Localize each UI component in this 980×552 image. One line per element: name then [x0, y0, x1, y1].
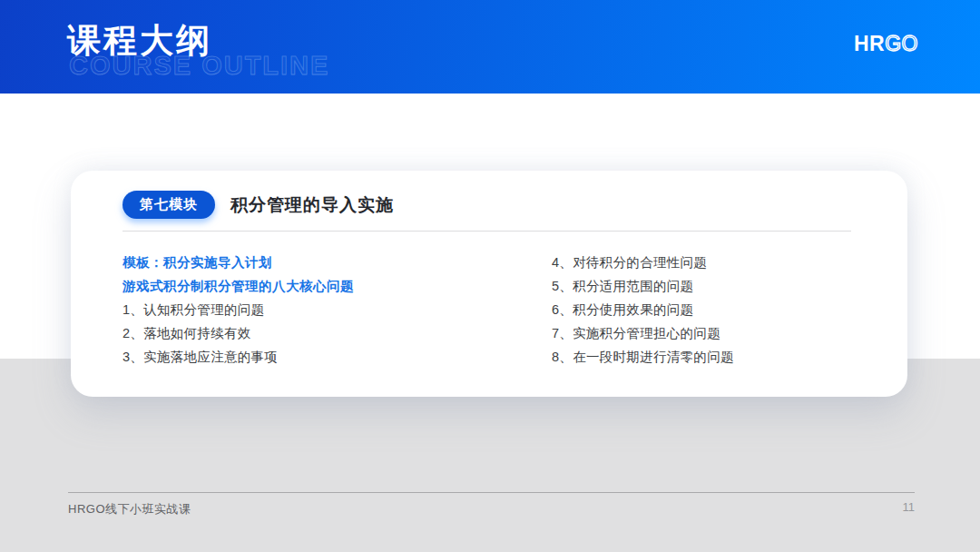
- header-banner: COURSE OUTLINE 课程大纲 HRGO: [0, 0, 980, 94]
- list-item: 6、积分使用效果的问题: [552, 300, 858, 323]
- list-item: 7、实施积分管理担心的问题: [552, 323, 858, 347]
- card-divider: [122, 231, 851, 232]
- list-item: 3、实施落地应注意的事项: [122, 347, 552, 370]
- list-item: 1、认知积分管理的问题: [122, 300, 552, 323]
- highlight-item: 模板：积分实施导入计划: [122, 252, 552, 276]
- module-badge: 第七模块: [122, 191, 215, 219]
- list-item: 4、对待积分的合理性问题: [552, 252, 858, 276]
- module-card-header: 第七模块 积分管理的导入实施: [122, 191, 394, 219]
- logo-outline-part: GO: [885, 32, 918, 55]
- outline-columns: 模板：积分实施导入计划 游戏式积分制积分管理的八大核心问题 1、认知积分管理的问…: [122, 252, 858, 370]
- logo-bold-part: HR: [854, 32, 885, 55]
- module-card: 第七模块 积分管理的导入实施 模板：积分实施导入计划 游戏式积分制积分管理的八大…: [71, 171, 907, 397]
- list-item: 5、积分适用范围的问题: [552, 276, 858, 300]
- list-item: 2、落地如何持续有效: [122, 323, 552, 347]
- outline-right-column: 4、对待积分的合理性问题 5、积分适用范围的问题 6、积分使用效果的问题 7、实…: [552, 252, 858, 370]
- page-title: 课程大纲: [67, 18, 212, 64]
- module-title: 积分管理的导入实施: [230, 193, 394, 217]
- outline-left-column: 模板：积分实施导入计划 游戏式积分制积分管理的八大核心问题 1、认知积分管理的问…: [122, 252, 552, 370]
- hrgo-logo: HRGO: [854, 34, 918, 54]
- highlight-item: 游戏式积分制积分管理的八大核心问题: [122, 276, 552, 300]
- footer-page-number: 11: [903, 500, 916, 514]
- list-item: 8、在一段时期进行清零的问题: [552, 347, 858, 370]
- footer-divider: [68, 492, 915, 493]
- footer-course-name: HRGO线下小班实战课: [68, 501, 191, 518]
